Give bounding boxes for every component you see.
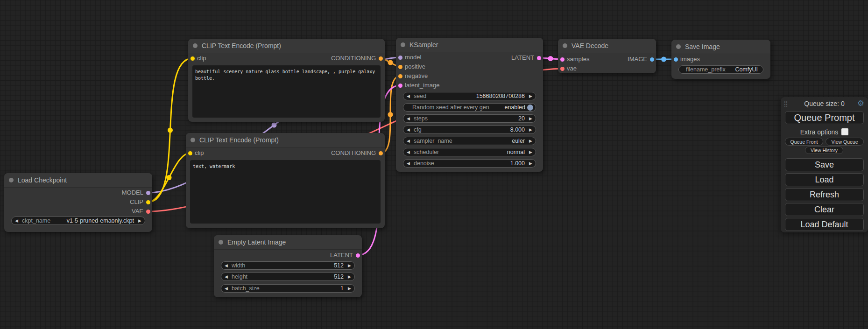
increment-arrow[interactable]: ▶ — [346, 262, 351, 269]
save-button[interactable]: Save — [785, 158, 864, 171]
decrement-arrow[interactable]: ◀ — [407, 92, 412, 100]
LATENT-output-port[interactable] — [356, 253, 360, 258]
vae-input-port[interactable] — [560, 67, 565, 71]
node-title: Load Checkpoint — [18, 173, 67, 187]
load-button[interactable]: Load — [785, 173, 864, 186]
widget-scheduler[interactable]: ◀schedulernormal▶ — [403, 148, 536, 156]
node-clip-text-encode-negative[interactable]: CLIP Text Encode (Prompt)clipCONDITIONIN… — [186, 133, 385, 228]
widget-height[interactable]: ◀height512▶ — [221, 273, 355, 281]
decrement-arrow[interactable]: ◀ — [407, 137, 412, 145]
collapse-dot[interactable] — [193, 43, 198, 48]
decrement-arrow[interactable]: ◀ — [407, 160, 412, 167]
model-input-port[interactable] — [398, 56, 402, 60]
VAE-output-port[interactable] — [146, 210, 150, 214]
node-clip-text-encode-positive[interactable]: CLIP Text Encode (Prompt)clipCONDITIONIN… — [188, 39, 385, 122]
widget-label: Random seed after every gen — [412, 104, 489, 111]
widget-batch_size[interactable]: ◀batch_size1▶ — [221, 284, 355, 293]
LATENT-output-port[interactable] — [537, 56, 541, 60]
queue-panel: ⣿ Queue size: 0 ⚙ Queue Prompt Extra opt… — [781, 97, 868, 232]
collapse-dot[interactable] — [9, 178, 14, 182]
widget-random-seed-after-every-gen[interactable]: Random seed after every genenabled — [403, 103, 536, 112]
increment-arrow[interactable]: ▶ — [527, 115, 532, 122]
collapse-dot[interactable] — [563, 43, 567, 48]
node-title: VAE Decode — [572, 39, 608, 53]
widget-label: denoise — [414, 160, 434, 167]
collapse-dot[interactable] — [401, 42, 405, 47]
load-default-button[interactable]: Load Default — [785, 218, 864, 231]
samples-input-port[interactable] — [560, 57, 565, 62]
input-slot-label: model — [405, 54, 421, 61]
widget-steps[interactable]: ◀steps20▶ — [403, 114, 536, 123]
increment-arrow[interactable]: ▶ — [527, 148, 532, 156]
increment-arrow[interactable]: ▶ — [527, 137, 532, 145]
node-title-bar[interactable]: CLIP Text Encode (Prompt) — [188, 39, 385, 53]
decrement-arrow[interactable]: ◀ — [15, 217, 21, 224]
queue-panel-header: ⣿ Queue size: 0 ⚙ — [781, 97, 868, 110]
node-load-checkpoint[interactable]: Load CheckpointMODELCLIPVAE◀ckpt_namev1-… — [4, 173, 152, 232]
widget-ckpt_name[interactable]: ◀ckpt_namev1-5-pruned-emaonly.ckpt▶ — [11, 217, 145, 225]
node-empty-latent-image[interactable]: Empty Latent ImageLATENT◀width512▶◀heigh… — [214, 235, 362, 297]
queue-front-button[interactable]: Queue Front — [785, 138, 823, 146]
increment-arrow[interactable]: ▶ — [346, 285, 351, 292]
widget-sampler_name[interactable]: ◀sampler_nameeuler▶ — [403, 137, 536, 145]
link-midpoint-dot — [548, 56, 553, 61]
CLIP-output-port[interactable] — [146, 200, 150, 204]
output-slot-label: CONDITIONING — [331, 149, 376, 157]
view-queue-button[interactable]: View Queue — [826, 138, 864, 146]
node-title-bar[interactable]: Load Checkpoint — [4, 173, 152, 188]
queue-prompt-button[interactable]: Queue Prompt — [785, 111, 864, 124]
view-history-button[interactable]: View History — [805, 147, 843, 154]
extra-options-checkbox[interactable] — [841, 128, 848, 135]
extra-options-row: Extra options — [781, 128, 868, 136]
increment-arrow[interactable]: ▶ — [527, 92, 532, 100]
clip-input-port[interactable] — [188, 151, 192, 155]
gear-icon[interactable]: ⚙ — [857, 97, 864, 110]
decrement-arrow[interactable]: ◀ — [225, 262, 230, 269]
node-title: Save Image — [685, 40, 720, 54]
collapse-dot[interactable] — [219, 240, 223, 245]
toggle-knob[interactable] — [527, 105, 533, 111]
node-title-bar[interactable]: VAE Decode — [558, 39, 656, 53]
collapse-dot[interactable] — [191, 138, 195, 142]
link-midpoint-dot — [388, 60, 393, 65]
node-title-bar[interactable]: Save Image — [671, 40, 770, 54]
widget-width[interactable]: ◀width512▶ — [221, 261, 355, 270]
widget-seed[interactable]: ◀seed156680208700286▶ — [403, 92, 536, 100]
decrement-arrow[interactable]: ◀ — [225, 285, 230, 292]
extra-options-label: Extra options — [800, 128, 839, 136]
increment-arrow[interactable]: ▶ — [527, 160, 532, 167]
prompt-textarea[interactable] — [192, 65, 381, 118]
node-title-bar[interactable]: Empty Latent Image — [214, 235, 362, 250]
prompt-textarea[interactable] — [190, 160, 381, 224]
increment-arrow[interactable]: ▶ — [346, 273, 351, 280]
decrement-arrow[interactable]: ◀ — [407, 115, 412, 122]
node-title-bar[interactable]: CLIP Text Encode (Prompt) — [186, 133, 385, 147]
node-vae-decode[interactable]: VAE DecodesamplesvaeIMAGE — [558, 39, 656, 73]
CONDITIONING-output-port[interactable] — [379, 56, 383, 61]
refresh-button[interactable]: Refresh — [785, 188, 864, 201]
latent_image-input-port[interactable] — [398, 84, 402, 88]
widget-cfg[interactable]: ◀cfg8.000▶ — [403, 126, 536, 134]
negative-input-port[interactable] — [398, 74, 402, 78]
node-graph-canvas[interactable]: Load CheckpointMODELCLIPVAE◀ckpt_namev1-… — [0, 0, 868, 329]
increment-arrow[interactable]: ▶ — [527, 126, 532, 133]
decrement-arrow[interactable]: ◀ — [407, 126, 412, 133]
widget-filename_prefix[interactable]: filename_prefixComfyUI — [678, 65, 763, 74]
node-title-bar[interactable]: KSampler — [396, 38, 543, 52]
IMAGE-output-port[interactable] — [650, 57, 654, 62]
widget-label: seed — [414, 93, 426, 99]
decrement-arrow[interactable]: ◀ — [407, 148, 412, 156]
increment-arrow[interactable]: ▶ — [136, 217, 141, 224]
positive-input-port[interactable] — [398, 65, 402, 69]
CONDITIONING-output-port[interactable] — [379, 151, 383, 155]
widget-denoise[interactable]: ◀denoise1.000▶ — [403, 159, 536, 168]
node-ksampler[interactable]: KSamplermodelpositivenegativelatent_imag… — [396, 38, 543, 172]
clear-button[interactable]: Clear — [785, 203, 864, 216]
decrement-arrow[interactable]: ◀ — [225, 273, 230, 280]
node-save-image[interactable]: Save Imageimagesfilename_prefixComfyUI — [671, 40, 770, 79]
MODEL-output-port[interactable] — [146, 191, 150, 195]
clip-input-port[interactable] — [191, 56, 195, 61]
widget-value: normal — [507, 149, 525, 155]
collapse-dot[interactable] — [676, 44, 681, 49]
images-input-port[interactable] — [674, 57, 678, 62]
